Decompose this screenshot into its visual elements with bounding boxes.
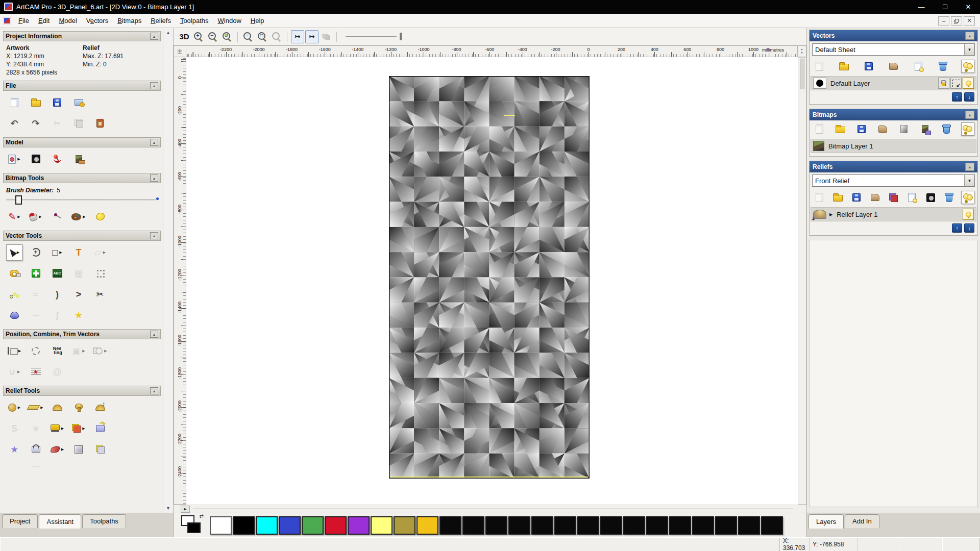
wrap-text[interactable]: ▦: [70, 265, 87, 282]
invert-relief[interactable]: [92, 420, 108, 437]
palette-swatch-11[interactable]: [462, 516, 484, 535]
cut[interactable]: ✂: [49, 115, 65, 132]
zoom-fit-button[interactable]: □: [256, 30, 269, 43]
assistant-scrollbar[interactable]: ▲ ▼: [163, 28, 173, 513]
swap-colours-icon[interactable]: ⇄: [200, 513, 204, 519]
layer-name[interactable]: Bitmap Layer 1: [828, 142, 974, 150]
node-editing[interactable]: [28, 265, 44, 282]
undo[interactable]: ↶: [6, 115, 22, 132]
chevron-down-icon[interactable]: ▼: [964, 44, 974, 55]
collapse-icon[interactable]: ▲: [150, 387, 158, 394]
zoom-previous-button[interactable]: ↺: [220, 30, 234, 43]
envelope-distort[interactable]: [28, 364, 44, 380]
merge-bitmap-layers[interactable]: [876, 122, 890, 136]
palette-swatch-18[interactable]: [623, 516, 645, 535]
adjust-model[interactable]: [28, 151, 44, 167]
bitmap-to-vector[interactable]: [92, 209, 108, 225]
layer-visibility-button[interactable]: [963, 78, 974, 89]
open-vector-layer[interactable]: [838, 60, 851, 73]
open-model[interactable]: [28, 94, 44, 111]
group-vectors[interactable]: ▣▶: [70, 343, 87, 359]
expander-icon[interactable]: ▶: [829, 212, 832, 217]
flyout-icon[interactable]: ▶: [83, 215, 85, 219]
palette-swatch-20[interactable]: [669, 516, 691, 535]
palette-swatch-2[interactable]: [256, 516, 278, 535]
flyout-icon[interactable]: ▶: [82, 427, 85, 431]
collapse-icon[interactable]: ▲: [965, 32, 974, 40]
load-reference-image[interactable]: [70, 151, 87, 167]
vertical-scrollbar[interactable]: [798, 57, 806, 505]
palette-swatch-23[interactable]: [738, 516, 760, 535]
relief-envelope[interactable]: [28, 441, 44, 458]
dome-relief[interactable]: [49, 462, 65, 467]
vector-tools-header[interactable]: Vector Tools ▲: [3, 231, 161, 241]
vector-layer-row[interactable]: Default Layer: [811, 76, 976, 90]
tab-layers[interactable]: Layers: [808, 514, 844, 529]
save-model[interactable]: [49, 94, 65, 111]
lighting-and-material[interactable]: [49, 151, 65, 167]
collapse-icon[interactable]: ▲: [965, 111, 974, 119]
palette-swatch-4[interactable]: [302, 516, 324, 535]
maximize-button[interactable]: [933, 0, 957, 14]
palette-swatch-16[interactable]: [577, 516, 599, 535]
model-section-header[interactable]: Model ▲: [3, 137, 161, 147]
select-vectors[interactable]: ▶: [6, 244, 22, 261]
flyout-icon[interactable]: ▶: [104, 349, 107, 353]
transfer-relief[interactable]: [887, 191, 900, 204]
tab-add-in[interactable]: Add In: [845, 514, 879, 528]
position-tools-header[interactable]: Position, Combine, Trim Vectors ▲: [3, 329, 161, 339]
create-rectangle[interactable]: □▶: [49, 244, 65, 261]
sheet-dropdown[interactable]: Default Sheet ▼: [812, 43, 975, 56]
collapse-icon[interactable]: ▲: [150, 82, 158, 89]
copy[interactable]: [70, 115, 87, 132]
flyout-icon[interactable]: ▶: [17, 251, 19, 255]
menu-window[interactable]: Window: [213, 15, 246, 27]
contrast-slider[interactable]: [346, 32, 402, 42]
angled-plane[interactable]: [92, 462, 108, 467]
vectors-panel-header[interactable]: Vectors ▲: [810, 30, 977, 41]
add-subtract-relief[interactable]: [70, 399, 87, 416]
save-relief-layer[interactable]: [850, 191, 863, 204]
flyout-icon[interactable]: ▶: [39, 215, 41, 219]
ruler-options-button[interactable]: ▼▼: [798, 45, 806, 57]
menu-edit[interactable]: Edit: [34, 15, 54, 27]
scale-relief[interactable]: [92, 399, 108, 416]
zoom-selected-button[interactable]: [270, 30, 283, 43]
primary-secondary-colours[interactable]: ⇄: [181, 515, 203, 536]
collapse-icon[interactable]: ▲: [150, 139, 158, 146]
palette-swatch-1[interactable]: [233, 516, 255, 535]
collapse-icon[interactable]: ▲: [150, 33, 158, 40]
layer-name[interactable]: Relief Layer 1: [837, 211, 962, 218]
create-text[interactable]: T: [70, 244, 87, 261]
mirror-vectors[interactable]: ▱▶: [92, 244, 108, 261]
measure-tool[interactable]: [6, 265, 22, 282]
text-on-curve[interactable]: [28, 343, 44, 359]
horizontal-scrollbar[interactable]: ▶: [174, 505, 806, 513]
shape-editor[interactable]: ▶: [6, 399, 22, 416]
offset-vectors[interactable]: [6, 307, 22, 323]
menu-reliefs[interactable]: Reliefs: [146, 15, 176, 27]
tab-toolpaths[interactable]: Toolpaths: [82, 514, 126, 528]
unwrap-vectors[interactable]: @: [49, 364, 65, 380]
scrollbar-thumb[interactable]: [800, 59, 804, 89]
relief-layer-ops[interactable]: ▶: [70, 420, 87, 437]
free-sketch[interactable]: ≈: [28, 286, 44, 303]
weld-vectors[interactable]: ▶: [92, 343, 108, 359]
ruler-origin-button[interactable]: [174, 45, 186, 57]
palette-swatch-13[interactable]: [508, 516, 530, 535]
open-bitmap-layer[interactable]: [834, 122, 847, 136]
save-bitmap-layer[interactable]: [855, 122, 868, 136]
nesting[interactable]: Nesting: [49, 343, 65, 359]
collapse-icon[interactable]: ▲: [150, 174, 158, 182]
delete-relief-layer[interactable]: [943, 191, 956, 204]
layer-lock-button[interactable]: [938, 78, 949, 89]
canvas-area[interactable]: [186, 57, 798, 505]
flyout-icon[interactable]: ▶: [17, 370, 20, 374]
redo[interactable]: ↷: [28, 115, 44, 132]
flyout-icon[interactable]: ▶: [103, 251, 106, 255]
toggle-vector-view-button[interactable]: ↦: [291, 30, 304, 43]
project-information-header[interactable]: Project Information ▲: [3, 31, 161, 41]
slider-knob[interactable]: [400, 33, 402, 40]
toggle-all-relief-layers[interactable]: [961, 191, 974, 204]
open-relief-layer[interactable]: [831, 191, 844, 204]
